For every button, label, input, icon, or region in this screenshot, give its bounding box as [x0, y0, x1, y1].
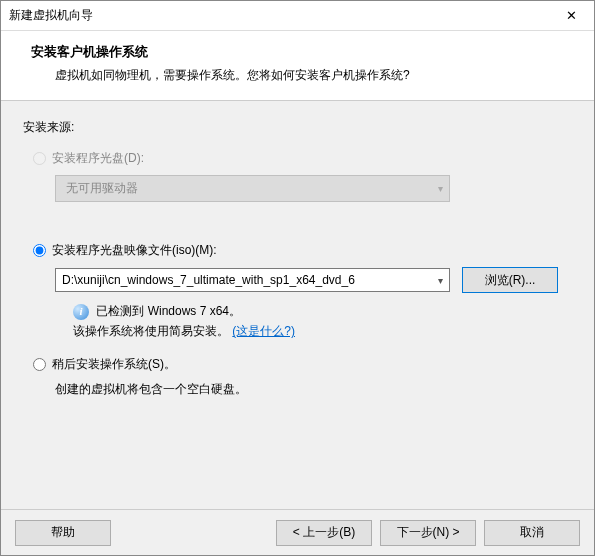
wizard-footer: 帮助 < 上一步(B) 下一步(N) > 取消 — [1, 509, 594, 555]
radio-disc — [33, 152, 46, 165]
chevron-down-icon: ▾ — [438, 183, 443, 194]
next-label: 下一步(N) > — [397, 524, 460, 541]
wizard-window: 新建虚拟机向导 ✕ 安装客户机操作系统 虚拟机如同物理机，需要操作系统。您将如何… — [0, 0, 595, 556]
wizard-body: 安装来源: 安装程序光盘(D): 无可用驱动器 ▾ 安装程序光盘映像文件(iso… — [1, 101, 594, 509]
iso-path-combo[interactable]: D:\xuniji\cn_windows_7_ultimate_with_sp1… — [55, 268, 450, 292]
back-button[interactable]: < 上一步(B) — [276, 520, 372, 546]
option-later[interactable]: 稍后安装操作系统(S)。 — [33, 356, 572, 373]
wizard-header: 安装客户机操作系统 虚拟机如同物理机，需要操作系统。您将如何安装客户机操作系统? — [1, 31, 594, 101]
options-group: 安装程序光盘(D): 无可用驱动器 ▾ 安装程序光盘映像文件(iso)(M): … — [33, 150, 572, 398]
info-icon: i — [73, 304, 89, 320]
iso-path-value: D:\xuniji\cn_windows_7_ultimate_with_sp1… — [62, 273, 355, 287]
browse-label: 浏览(R)... — [485, 272, 536, 289]
cancel-button[interactable]: 取消 — [484, 520, 580, 546]
help-label: 帮助 — [51, 524, 75, 541]
browse-button[interactable]: 浏览(R)... — [462, 267, 558, 293]
radio-later[interactable] — [33, 358, 46, 371]
option-iso[interactable]: 安装程序光盘映像文件(iso)(M): — [33, 242, 572, 259]
iso-row: D:\xuniji\cn_windows_7_ultimate_with_sp1… — [55, 267, 572, 293]
back-label: < 上一步(B) — [293, 524, 355, 541]
close-icon: ✕ — [566, 8, 577, 23]
option-iso-label: 安装程序光盘映像文件(iso)(M): — [52, 242, 217, 259]
disc-drive-value: 无可用驱动器 — [66, 180, 138, 197]
option-disc: 安装程序光盘(D): — [33, 150, 572, 167]
easy-install-text: 该操作系统将使用简易安装。 — [73, 324, 229, 338]
radio-iso[interactable] — [33, 244, 46, 257]
help-button[interactable]: 帮助 — [15, 520, 111, 546]
later-note: 创建的虚拟机将包含一个空白硬盘。 — [55, 381, 572, 398]
option-later-label: 稍后安装操作系统(S)。 — [52, 356, 176, 373]
next-button[interactable]: 下一步(N) > — [380, 520, 476, 546]
window-title: 新建虚拟机向导 — [9, 7, 93, 24]
option-disc-label: 安装程序光盘(D): — [52, 150, 144, 167]
header-subtitle: 虚拟机如同物理机，需要操作系统。您将如何安装客户机操作系统? — [55, 67, 574, 84]
close-button[interactable]: ✕ — [549, 1, 594, 31]
disc-drive-combo: 无可用驱动器 ▾ — [55, 175, 450, 202]
what-is-this-link[interactable]: (这是什么?) — [232, 324, 295, 338]
titlebar: 新建虚拟机向导 ✕ — [1, 1, 594, 31]
cancel-label: 取消 — [520, 524, 544, 541]
detected-text: 已检测到 Windows 7 x64。 — [96, 304, 241, 318]
detection-info: i 已检测到 Windows 7 x64。 该操作系统将使用简易安装。 (这是什… — [73, 301, 572, 342]
header-title: 安装客户机操作系统 — [31, 43, 574, 61]
chevron-down-icon[interactable]: ▾ — [438, 275, 443, 286]
source-label: 安装来源: — [23, 119, 572, 136]
